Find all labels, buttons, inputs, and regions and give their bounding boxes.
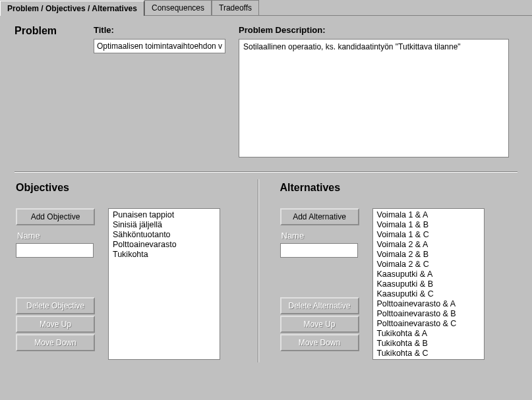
objectives-section: Objectives Add Objective Name Delete Obj… — [15, 179, 254, 362]
list-item[interactable]: Voimala 1 & C — [377, 230, 480, 240]
title-label: Title: — [94, 25, 239, 35]
alternatives-list[interactable]: Voimala 1 & AVoimala 1 & BVoimala 1 & CV… — [372, 208, 485, 360]
list-item[interactable]: Sähköntuotanto — [113, 230, 216, 240]
delete-alternative-button[interactable]: Delete Alternative — [280, 297, 359, 314]
list-item[interactable]: Voimala 1 & A — [377, 210, 480, 220]
list-item[interactable]: Tukikohta & C — [377, 349, 480, 358]
divider — [15, 171, 517, 173]
objectives-list[interactable]: Punaisen tappiotSinisiä jäljelläSähköntu… — [108, 208, 220, 360]
tab-content: Problem Title: Problem Description: Obje… — [0, 16, 532, 373]
add-objective-button[interactable]: Add Objective — [16, 208, 95, 225]
alternatives-heading: Alternatives — [280, 182, 341, 193]
list-item[interactable]: Polttoainevarasto — [113, 240, 216, 250]
list-item[interactable]: Sinisiä jäljellä — [113, 220, 216, 230]
move-alternative-down-button[interactable]: Move Down — [280, 334, 359, 351]
tab-bar: Problem / Objectives / Alternatives Cons… — [0, 0, 532, 16]
problem-section: Problem Title: Problem Description: — [15, 25, 517, 159]
title-input[interactable] — [94, 39, 225, 53]
move-objective-up-button[interactable]: Move Up — [16, 316, 95, 333]
move-objective-down-button[interactable]: Move Down — [16, 334, 95, 351]
objective-name-label: Name — [17, 231, 108, 241]
tab-problem-objectives-alternatives[interactable]: Problem / Objectives / Alternatives — [0, 1, 144, 16]
list-item[interactable]: Polttoainevarasto & C — [377, 319, 480, 329]
objective-name-input[interactable] — [16, 243, 94, 258]
alternative-name-input[interactable] — [280, 243, 358, 258]
app-window: Problem / Objectives / Alternatives Cons… — [0, 0, 532, 400]
list-item[interactable]: Kaasuputki & A — [377, 270, 480, 279]
list-item[interactable]: Voimala 2 & C — [377, 260, 480, 270]
list-item[interactable]: Punaisen tappiot — [113, 210, 216, 220]
vertical-divider — [258, 179, 259, 362]
description-label: Problem Description: — [239, 25, 517, 35]
alternative-name-label: Name — [281, 231, 372, 241]
list-item[interactable]: Tukikohta & B — [377, 339, 480, 349]
add-alternative-button[interactable]: Add Alternative — [280, 208, 359, 225]
list-item[interactable]: Kaasuputki & B — [377, 279, 480, 289]
list-item[interactable]: Tukikohta & A — [377, 329, 480, 339]
list-item[interactable]: Polttoainevarasto & B — [377, 309, 480, 319]
list-item[interactable]: Kaasuputki & C — [377, 289, 480, 299]
tab-consequences[interactable]: Consequences — [144, 0, 212, 15]
tab-tradeoffs[interactable]: Tradeoffs — [212, 0, 259, 15]
list-item[interactable]: Polttoainevarasto & A — [377, 299, 480, 309]
problem-heading: Problem — [15, 25, 57, 36]
lower-split: Objectives Add Objective Name Delete Obj… — [15, 179, 517, 362]
alternatives-section: Alternatives Add Alternative Name Delete… — [263, 179, 518, 362]
description-textarea[interactable] — [239, 39, 509, 157]
move-alternative-up-button[interactable]: Move Up — [280, 316, 359, 333]
list-item[interactable]: Voimala 2 & A — [377, 240, 480, 250]
list-item[interactable]: Voimala 2 & B — [377, 250, 480, 260]
list-item[interactable]: Tukikohta — [113, 250, 216, 260]
list-item[interactable]: Voimala 1 & B — [377, 220, 480, 230]
objectives-heading: Objectives — [16, 182, 69, 193]
delete-objective-button[interactable]: Delete Objective — [16, 297, 95, 314]
